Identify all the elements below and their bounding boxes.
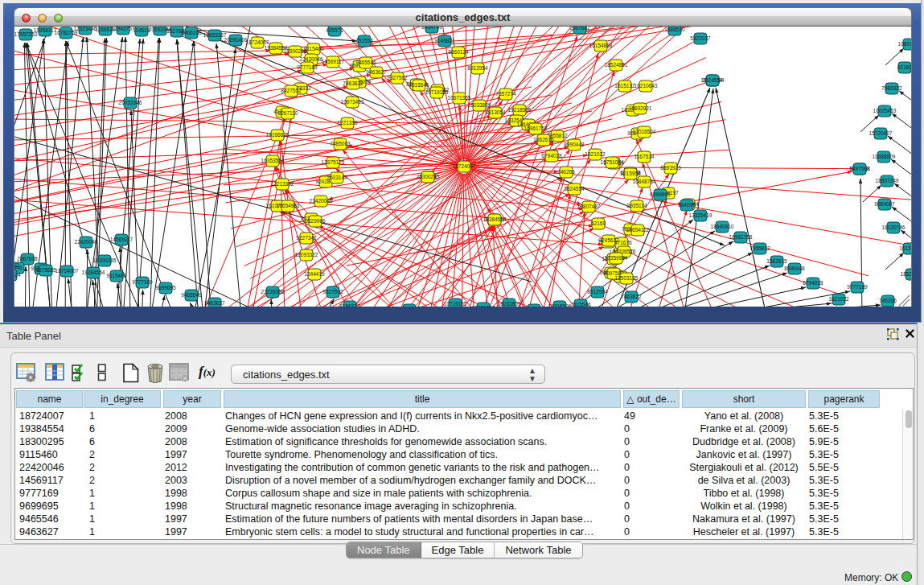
svg-text:405571: 405571 <box>326 27 343 33</box>
svg-text:6794028: 6794028 <box>541 153 562 159</box>
svg-text:16961758: 16961758 <box>524 126 548 131</box>
svg-text:9327502: 9327502 <box>322 289 343 295</box>
svg-text:9115460: 9115460 <box>107 273 127 278</box>
svg-text:2087682: 2087682 <box>569 27 590 31</box>
svg-text:16848784: 16848784 <box>633 179 656 184</box>
svg-text:3215958: 3215958 <box>620 171 641 176</box>
svg-text:15751074: 15751074 <box>601 159 624 165</box>
svg-text:8660124: 8660124 <box>448 49 469 55</box>
svg-text:8427552: 8427552 <box>281 88 302 93</box>
svg-text:6099695: 6099695 <box>650 192 671 197</box>
svg-text:9777169: 9777169 <box>847 284 868 290</box>
svg-text:9777169: 9777169 <box>132 279 153 285</box>
svg-text:2935114: 2935114 <box>627 203 647 208</box>
svg-text:8186323: 8186323 <box>339 303 360 307</box>
svg-text:16033809: 16033809 <box>468 102 491 108</box>
svg-text:15692921: 15692921 <box>629 105 652 111</box>
svg-text:12093322: 12093322 <box>295 252 318 257</box>
svg-text:1615132: 1615132 <box>614 83 635 89</box>
svg-text:16353554: 16353554 <box>261 158 285 163</box>
svg-text:18724007: 18724007 <box>246 39 269 45</box>
svg-text:10807487: 10807487 <box>898 41 912 47</box>
svg-text:12213302: 12213302 <box>271 181 294 187</box>
svg-text:7515546: 7515546 <box>409 82 429 88</box>
svg-text:22420046: 22420046 <box>75 239 98 245</box>
svg-text:9699695: 9699695 <box>155 285 176 290</box>
svg-text:9245612: 9245612 <box>598 237 619 243</box>
svg-text:3675685: 3675685 <box>35 267 56 273</box>
svg-text:23420046: 23420046 <box>310 198 333 204</box>
svg-text:19384554: 19384554 <box>82 270 105 275</box>
svg-text:8990448: 8990448 <box>784 266 805 271</box>
svg-text:7357274: 7357274 <box>495 91 516 97</box>
svg-text:9463627: 9463627 <box>204 300 225 306</box>
svg-text:1621022: 1621022 <box>585 151 606 157</box>
svg-text:7955812: 7955812 <box>749 245 770 251</box>
svg-text:25300215: 25300215 <box>417 174 440 179</box>
svg-text:20053346: 20053346 <box>119 100 142 105</box>
svg-text:2603144: 2603144 <box>326 175 347 180</box>
svg-text:10543382: 10543382 <box>14 262 19 268</box>
svg-text:1244419: 1244419 <box>304 271 325 277</box>
svg-text:8912954: 8912954 <box>587 289 608 295</box>
svg-text:8990448: 8990448 <box>564 142 585 147</box>
svg-text:17016504: 17016504 <box>633 129 656 134</box>
svg-text:16033809: 16033809 <box>498 301 521 307</box>
svg-text:9777169: 9777169 <box>297 64 318 70</box>
svg-text:18524851: 18524851 <box>901 271 912 277</box>
svg-text:8912954: 8912954 <box>467 65 488 71</box>
svg-text:18724007: 18724007 <box>453 163 476 169</box>
svg-text:8454749: 8454749 <box>421 27 442 30</box>
svg-text:19166825: 19166825 <box>266 132 290 138</box>
svg-text:10688609: 10688609 <box>873 154 896 159</box>
svg-text:5322037: 5322037 <box>690 35 711 41</box>
svg-text:10025453: 10025453 <box>873 108 897 113</box>
svg-text:14569117: 14569117 <box>322 59 345 64</box>
svg-text:9115460: 9115460 <box>304 46 324 51</box>
svg-text:9146821: 9146821 <box>434 38 455 43</box>
svg-text:18640910: 18640910 <box>711 224 734 229</box>
svg-text:12503135: 12503135 <box>615 275 639 281</box>
svg-text:7515546: 7515546 <box>570 302 591 307</box>
svg-text:12975125: 12975125 <box>322 159 345 165</box>
svg-text:10719155: 10719155 <box>425 89 449 95</box>
svg-text:3624554: 3624554 <box>702 77 723 83</box>
svg-text:1167534: 1167534 <box>634 154 655 159</box>
svg-text:10671355: 10671355 <box>472 305 495 307</box>
svg-text:19218506: 19218506 <box>548 303 572 307</box>
svg-text:8267110: 8267110 <box>278 110 298 116</box>
svg-text:10958117: 10958117 <box>34 27 57 33</box>
svg-text:1588520: 1588520 <box>664 27 685 32</box>
svg-text:12323446: 12323446 <box>74 27 97 31</box>
svg-text:746266: 746266 <box>557 169 575 175</box>
svg-text:19384554: 19384554 <box>483 216 507 222</box>
svg-text:10671355: 10671355 <box>448 95 471 101</box>
svg-text:8660124: 8660124 <box>14 272 21 278</box>
svg-text:10719155: 10719155 <box>444 301 467 307</box>
svg-text:18724007: 18724007 <box>55 268 79 274</box>
svg-text:10653267: 10653267 <box>203 32 227 38</box>
svg-text:6466160: 6466160 <box>181 30 202 35</box>
svg-text:3624554: 3624554 <box>564 186 585 192</box>
svg-text:19654983: 19654983 <box>277 203 300 208</box>
svg-text:13325419: 13325419 <box>689 212 713 218</box>
svg-text:19218506: 19218506 <box>508 107 532 113</box>
svg-text:16154808: 16154808 <box>589 43 613 48</box>
svg-text:23226058: 23226058 <box>261 289 285 295</box>
svg-text:9465546: 9465546 <box>355 60 376 65</box>
svg-text:20091406: 20091406 <box>224 37 248 43</box>
svg-text:2867608: 2867608 <box>17 256 38 262</box>
svg-text:18807249: 18807249 <box>876 178 899 183</box>
svg-text:7485063: 7485063 <box>330 141 351 146</box>
svg-text:8813054: 8813054 <box>485 109 506 115</box>
svg-text:751554: 751554 <box>355 38 373 43</box>
svg-text:6794028: 6794028 <box>803 280 823 286</box>
svg-text:7463822: 7463822 <box>621 294 642 299</box>
svg-text:1362615: 1362615 <box>766 258 787 264</box>
svg-text:10654112: 10654112 <box>626 227 650 233</box>
svg-text:1615132: 1615132 <box>899 245 912 251</box>
svg-text:9227342: 9227342 <box>296 235 317 241</box>
svg-text:1221396: 1221396 <box>337 120 358 126</box>
svg-text:62160: 62160 <box>897 64 912 70</box>
svg-text:22420046: 22420046 <box>300 56 323 62</box>
